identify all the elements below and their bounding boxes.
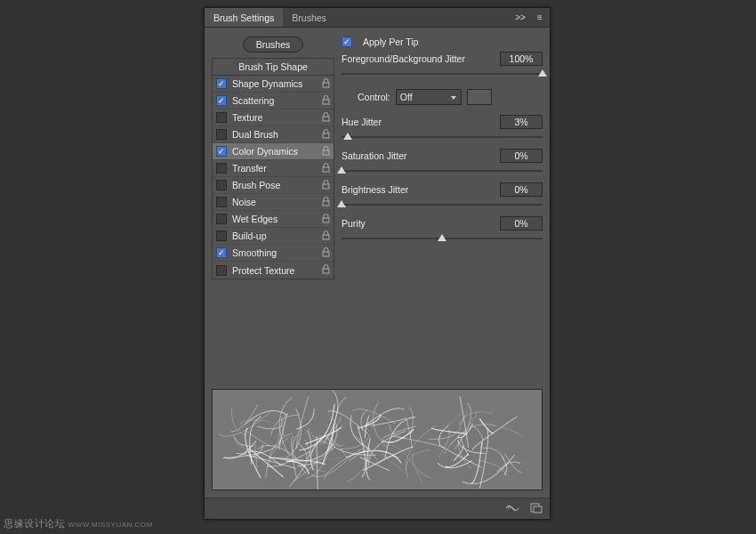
color-dynamics-controls: Apply Per Tip Foreground/Background Jitt… (342, 33, 543, 279)
svg-rect-10 (323, 252, 329, 256)
hue-jitter-value[interactable]: 3% (500, 115, 543, 129)
brightness-jitter-slider[interactable] (342, 199, 543, 210)
fg-bg-jitter-slider[interactable] (342, 69, 543, 79)
lock-icon[interactable] (322, 197, 330, 208)
purity-label: Purity (342, 218, 500, 229)
slider-thumb[interactable] (438, 234, 446, 242)
option-label: Noise (232, 197, 318, 207)
hue-jitter-slider[interactable] (342, 132, 543, 142)
option-row-noise[interactable]: Noise (213, 194, 334, 211)
lock-icon[interactable] (322, 95, 330, 107)
saturation-jitter-label: Saturation Jitter (342, 150, 500, 161)
option-row-texture[interactable]: Texture (213, 109, 334, 126)
lock-icon[interactable] (322, 264, 330, 276)
apply-per-tip-checkbox[interactable] (342, 36, 352, 47)
svg-rect-0 (323, 83, 329, 87)
panel-footer (205, 498, 550, 519)
option-checkbox[interactable] (216, 78, 227, 89)
svg-rect-6 (323, 184, 329, 189)
watermark: 思缘设计论坛 WWW.MISSYUAN.COM (4, 517, 153, 530)
svg-rect-8 (323, 218, 329, 222)
option-label: Texture (232, 112, 318, 123)
option-checkbox[interactable] (216, 247, 227, 258)
brushes-button[interactable]: Brushes (243, 36, 304, 53)
lock-icon[interactable] (322, 247, 330, 259)
option-label: Scattering (232, 95, 318, 106)
slider-thumb[interactable] (538, 69, 547, 77)
option-row-scattering[interactable]: Scattering (213, 93, 334, 109)
slider-thumb[interactable] (337, 166, 346, 174)
lock-icon[interactable] (322, 214, 330, 225)
svg-rect-1 (323, 100, 329, 104)
option-label: Protect Texture (232, 265, 318, 276)
brightness-jitter-label: Brightness Jitter (342, 184, 500, 195)
option-checkbox[interactable] (216, 146, 227, 157)
fg-bg-jitter-label: Foreground/Background Jitter (342, 53, 500, 64)
svg-rect-7 (323, 201, 329, 206)
option-checkbox[interactable] (216, 95, 227, 106)
control-dropdown[interactable]: Off (396, 89, 462, 105)
lock-icon[interactable] (322, 78, 330, 90)
option-checkbox[interactable] (216, 180, 227, 190)
lock-icon[interactable] (322, 129, 330, 141)
option-label: Smoothing (232, 247, 318, 258)
option-label: Shape Dynamics (232, 78, 318, 89)
panel-menu-icon[interactable]: ≡ (530, 8, 550, 27)
options-column: Brushes Brush Tip Shape Shape DynamicsSc… (212, 33, 334, 279)
fg-bg-jitter-value[interactable]: 100% (500, 52, 543, 66)
option-row-shape-dynamics[interactable]: Shape Dynamics (213, 76, 334, 93)
option-row-brush-pose[interactable]: Brush Pose (213, 177, 334, 194)
tab-brush-settings[interactable]: Brush Settings (205, 8, 283, 27)
lock-icon[interactable] (322, 146, 330, 158)
brush-tip-shape-header[interactable]: Brush Tip Shape (213, 59, 334, 76)
brush-options-list: Brush Tip Shape Shape DynamicsScattering… (212, 58, 334, 279)
option-checkbox[interactable] (216, 163, 227, 174)
collapse-icon[interactable]: >> (511, 8, 530, 27)
brush-preview (212, 389, 543, 490)
purity-slider[interactable] (342, 233, 543, 244)
option-row-protect-texture[interactable]: Protect Texture (213, 262, 334, 279)
apply-per-tip-label: Apply Per Tip (363, 36, 418, 47)
option-label: Wet Edges (232, 214, 318, 224)
option-row-dual-brush[interactable]: Dual Brush (213, 126, 334, 143)
option-label: Brush Pose (232, 180, 318, 190)
lock-icon[interactable] (322, 163, 330, 174)
tab-bar: Brush Settings Brushes >> ≡ (205, 8, 550, 28)
new-preset-icon[interactable] (530, 501, 543, 517)
brightness-jitter-value[interactable]: 0% (500, 182, 543, 197)
slider-thumb[interactable] (337, 200, 346, 208)
saturation-jitter-value[interactable]: 0% (500, 149, 543, 163)
svg-rect-11 (323, 269, 329, 273)
toggle-preview-icon[interactable] (505, 501, 519, 517)
option-row-transfer[interactable]: Transfer (213, 160, 334, 177)
option-row-wet-edges[interactable]: Wet Edges (213, 211, 334, 228)
option-checkbox[interactable] (216, 197, 227, 207)
option-row-smoothing[interactable]: Smoothing (213, 245, 334, 262)
lock-icon[interactable] (322, 180, 330, 191)
lock-icon[interactable] (322, 231, 330, 242)
control-pencil-box[interactable] (467, 89, 492, 105)
svg-rect-4 (323, 150, 329, 155)
hue-jitter-label: Hue Jitter (342, 117, 500, 127)
option-label: Build-up (232, 231, 318, 241)
slider-thumb[interactable] (343, 133, 352, 141)
saturation-jitter-slider[interactable] (342, 166, 543, 176)
purity-value[interactable]: 0% (500, 216, 543, 231)
svg-rect-5 (323, 167, 329, 172)
option-label: Transfer (232, 163, 318, 174)
svg-rect-2 (323, 117, 329, 121)
brush-settings-panel: Brush Settings Brushes >> ≡ Brushes Brus… (204, 7, 551, 520)
option-checkbox[interactable] (216, 231, 227, 241)
tab-brushes[interactable]: Brushes (283, 8, 335, 27)
option-label: Color Dynamics (232, 146, 318, 157)
option-row-build-up[interactable]: Build-up (213, 228, 334, 245)
option-label: Dual Brush (232, 129, 318, 140)
option-checkbox[interactable] (216, 129, 227, 140)
svg-rect-13 (534, 506, 542, 513)
svg-rect-3 (323, 134, 329, 138)
option-checkbox[interactable] (216, 112, 227, 123)
option-row-color-dynamics[interactable]: Color Dynamics (213, 143, 334, 160)
option-checkbox[interactable] (216, 214, 227, 224)
lock-icon[interactable] (322, 112, 330, 124)
option-checkbox[interactable] (216, 265, 227, 276)
